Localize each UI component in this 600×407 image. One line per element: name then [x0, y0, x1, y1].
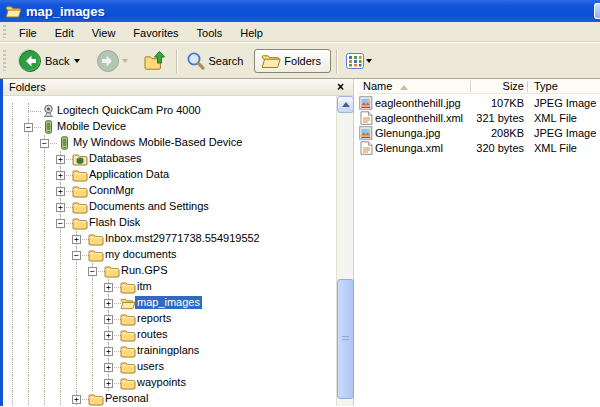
file-row-eagleonthehill-xml[interactable]: eagleonthehill.xml321 bytesXML File: [357, 111, 600, 126]
menu-item-file[interactable]: File: [10, 25, 46, 41]
back-dropdown-arrow[interactable]: [74, 59, 80, 63]
tree-item-itm[interactable]: +itm: [3, 279, 336, 295]
tree-toggle-plus[interactable]: +: [56, 155, 65, 164]
tree-toggle-plus[interactable]: +: [56, 203, 65, 212]
menu-item-edit[interactable]: Edit: [46, 25, 83, 41]
tree-item-logitech-quickcam-pro-4000[interactable]: Logitech QuickCam Pro 4000: [3, 103, 336, 119]
scroll-up-button[interactable]: [337, 96, 354, 113]
tree-item-waypoints[interactable]: +waypoints: [3, 375, 336, 391]
folder-icon: [88, 248, 104, 262]
tree-item-label[interactable]: Application Data: [87, 168, 171, 181]
tree-item-connmgr[interactable]: +ConnMgr: [3, 183, 336, 199]
file-type: XML File: [534, 112, 577, 124]
tree-item-label[interactable]: My Windows Mobile-Based Device: [71, 136, 244, 149]
tree-toggle-plus[interactable]: +: [104, 283, 113, 292]
tree-item-label[interactable]: Inbox.mst29771738.554919552: [103, 232, 262, 245]
menu-item-help[interactable]: Help: [231, 25, 272, 41]
tree-item-reports[interactable]: +reports: [3, 311, 336, 327]
tree-toggle-plus[interactable]: +: [56, 171, 65, 180]
toolbar: Back: [0, 42, 600, 79]
tree-toggle-plus[interactable]: +: [104, 299, 113, 308]
device-icon: [40, 120, 56, 134]
folder-icon: [120, 280, 136, 294]
scrollbar-thumb[interactable]: [337, 279, 354, 399]
tree-item-label[interactable]: trainingplans: [135, 344, 201, 357]
tree-item-my-documents[interactable]: −my documents: [3, 247, 336, 263]
folder-open-icon: [120, 296, 136, 310]
tree-item-mobile-device[interactable]: −Mobile Device: [3, 119, 336, 135]
file-row-glenunga-xml[interactable]: Glenunga.xml320 bytesXML File: [357, 141, 600, 156]
tree-item-documents-and-settings[interactable]: +Documents and Settings: [3, 199, 336, 215]
close-folders-pane-button[interactable]: ×: [334, 82, 347, 92]
tree-item-label[interactable]: Documents and Settings: [87, 200, 211, 213]
tree-item-label[interactable]: Databases: [87, 152, 144, 165]
column-header-size[interactable]: Size: [447, 79, 524, 94]
tree-item-label[interactable]: routes: [135, 328, 170, 341]
sort-ascending-icon: [400, 85, 408, 90]
tree-item-label[interactable]: Run.GPS: [119, 264, 169, 277]
tree-item-label[interactable]: Logitech QuickCam Pro 4000: [55, 104, 203, 117]
folders-button[interactable]: Folders: [254, 49, 331, 73]
tree-item-label[interactable]: my documents: [103, 248, 179, 261]
title-bar[interactable]: map_images: [0, 0, 600, 22]
tree-item-trainingplans[interactable]: +trainingplans: [3, 343, 336, 359]
minimize-button-edge[interactable]: [594, 3, 600, 19]
forward-button[interactable]: [92, 46, 134, 76]
tree-toggle-minus[interactable]: −: [72, 251, 81, 260]
tree-toggle-plus[interactable]: +: [104, 363, 113, 372]
tree-item-label[interactable]: Flash Disk: [87, 216, 142, 229]
views-dropdown-arrow[interactable]: [366, 59, 372, 63]
column-header-name[interactable]: Name: [363, 79, 408, 94]
search-button[interactable]: Search: [182, 48, 250, 73]
tree-toggle-plus[interactable]: +: [104, 331, 113, 340]
tree-toggle-minus[interactable]: −: [56, 219, 65, 228]
file-row-eagleonthehill-jpg[interactable]: eagleonthehill.jpg107KBJPEG Image: [357, 96, 600, 111]
file-size: 107KB: [447, 97, 524, 109]
toolbar-grip[interactable]: [3, 50, 6, 71]
xml-file-icon: [359, 111, 373, 125]
search-icon: [186, 51, 205, 70]
tree-toggle-plus[interactable]: +: [56, 187, 65, 196]
tree-toggle-plus[interactable]: +: [72, 395, 81, 404]
tree-item-inbox-mst29771738-554919552[interactable]: +Inbox.mst29771738.554919552: [3, 231, 336, 247]
tree-item-label[interactable]: users: [135, 360, 166, 373]
back-button[interactable]: Back: [14, 46, 86, 76]
file-name[interactable]: Glenunga.xml: [375, 142, 443, 154]
tree-toggle-plus[interactable]: +: [72, 235, 81, 244]
folder-icon: [120, 328, 136, 342]
tree-item-routes[interactable]: +routes: [3, 327, 336, 343]
tree-item-label[interactable]: map_images: [135, 296, 202, 309]
tree-item-personal[interactable]: +Personal: [3, 391, 336, 406]
tree-scrollbar[interactable]: [336, 96, 353, 406]
tree-item-label[interactable]: itm: [135, 280, 154, 293]
tree-item-users[interactable]: +users: [3, 359, 336, 375]
tree-item-run-gps[interactable]: −Run.GPS: [3, 263, 336, 279]
views-button[interactable]: [342, 50, 378, 72]
menu-item-favorites[interactable]: Favorites: [124, 25, 187, 41]
file-row-glenunga-jpg[interactable]: Glenunga.jpg208KBJPEG Image: [357, 126, 600, 141]
tree-item-databases[interactable]: +Databases: [3, 151, 336, 167]
menu-item-view[interactable]: View: [83, 25, 125, 41]
column-header-type[interactable]: Type: [534, 79, 558, 94]
tree-item-label[interactable]: Personal: [103, 392, 150, 405]
menubar-grip[interactable]: [3, 25, 6, 38]
tree-item-application-data[interactable]: +Application Data: [3, 167, 336, 183]
tree-toggle-minus[interactable]: −: [40, 139, 49, 148]
tree-toggle-plus[interactable]: +: [104, 315, 113, 324]
tree-item-label[interactable]: waypoints: [135, 376, 188, 389]
tree-item-my-windows-mobile-based-device[interactable]: −My Windows Mobile-Based Device: [3, 135, 336, 151]
tree-item-label[interactable]: reports: [135, 312, 173, 325]
tree-toggle-plus[interactable]: +: [104, 379, 113, 388]
tree-item-map-images[interactable]: +map_images: [3, 295, 336, 311]
tree-toggle-minus[interactable]: −: [88, 267, 97, 276]
tree-toggle-plus[interactable]: +: [104, 347, 113, 356]
tree-toggle-minus[interactable]: −: [24, 123, 33, 132]
file-name[interactable]: Glenunga.jpg: [375, 127, 440, 139]
back-icon: [18, 49, 42, 73]
tree-item-flash-disk[interactable]: −Flash Disk: [3, 215, 336, 231]
tree-item-label[interactable]: ConnMgr: [87, 184, 136, 197]
tree-item-label[interactable]: Mobile Device: [55, 120, 128, 133]
up-button[interactable]: [140, 47, 171, 74]
folder-icon: [88, 232, 104, 246]
menu-item-tools[interactable]: Tools: [188, 25, 232, 41]
